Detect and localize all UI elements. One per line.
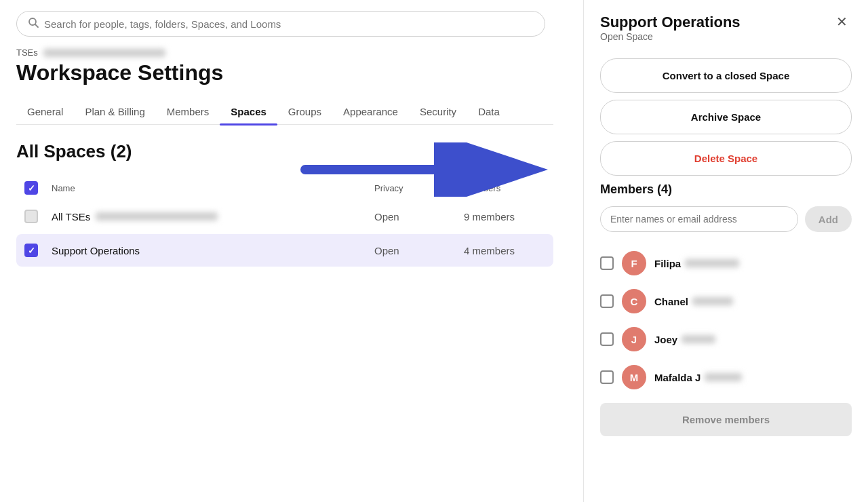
member2-blurred xyxy=(692,297,733,305)
tab-data[interactable]: Data xyxy=(467,99,511,124)
member4-blurred xyxy=(705,373,742,381)
remove-members-button[interactable]: Remove members xyxy=(600,403,852,436)
member4-checkbox[interactable] xyxy=(600,370,614,384)
member3-name: Joey xyxy=(654,334,715,345)
row1-name: All TSEs xyxy=(52,211,366,223)
member1-avatar: F xyxy=(622,251,646,275)
panel-title-group: Support Operations Open Space xyxy=(600,14,741,56)
panel-header: Support Operations Open Space ✕ xyxy=(600,14,852,56)
spaces-heading: All Spaces (2) xyxy=(16,141,553,162)
col-header-privacy: Privacy xyxy=(374,183,456,193)
row2-privacy: Open xyxy=(374,245,456,256)
member-row: F Filipa xyxy=(600,244,852,282)
workspace-supertitle: TSEs xyxy=(16,47,553,58)
tab-general[interactable]: General xyxy=(16,99,74,124)
row2-name: Support Operations xyxy=(52,245,366,256)
search-icon xyxy=(28,17,39,31)
tab-members[interactable]: Members xyxy=(156,99,220,124)
row1-blurred-name xyxy=(96,212,218,220)
svg-line-1 xyxy=(35,24,38,27)
row2-checkbox[interactable] xyxy=(24,244,38,257)
search-input[interactable] xyxy=(44,18,534,30)
col-header-name: Name xyxy=(52,183,366,193)
member4-avatar: M xyxy=(622,365,646,389)
add-member-row: Add xyxy=(600,206,852,232)
workspace-header: TSEs Workspace Settings xyxy=(16,47,553,85)
add-member-button[interactable]: Add xyxy=(805,206,852,232)
member3-checkbox[interactable] xyxy=(600,332,614,346)
blurred-subtitle xyxy=(43,49,165,57)
add-member-input[interactable] xyxy=(600,206,798,232)
nav-tabs: General Plan & Billing Members Spaces Gr… xyxy=(16,99,553,125)
member1-blurred xyxy=(685,259,739,267)
col-header-members: Members xyxy=(464,183,545,193)
member3-avatar: J xyxy=(622,327,646,351)
row2-members: 4 members xyxy=(464,245,545,256)
member1-checkbox[interactable] xyxy=(600,256,614,270)
member2-name: Chanel xyxy=(654,296,733,307)
panel-subtitle: Open Space xyxy=(600,31,741,42)
table-header: Name Privacy Members xyxy=(16,176,553,200)
delete-space-button[interactable]: Delete Space xyxy=(600,141,852,176)
member-row: M Mafalda J xyxy=(600,358,852,396)
member1-name: Filipa xyxy=(654,258,739,269)
row1-checkbox[interactable] xyxy=(24,210,38,223)
member-row: J Joey xyxy=(600,320,852,358)
page-title: Workspace Settings xyxy=(16,60,553,85)
archive-space-button[interactable]: Archive Space xyxy=(600,100,852,134)
member2-checkbox[interactable] xyxy=(600,294,614,308)
convert-space-button[interactable]: Convert to a closed Space xyxy=(600,58,852,93)
close-button[interactable]: ✕ xyxy=(832,14,852,30)
tab-appearance[interactable]: Appearance xyxy=(332,99,409,124)
row1-members: 9 members xyxy=(464,211,545,223)
search-bar[interactable] xyxy=(16,11,545,37)
select-all-checkbox[interactable] xyxy=(24,181,38,195)
member3-blurred xyxy=(682,335,715,343)
main-content: TSEs Workspace Settings General Plan & B… xyxy=(0,0,570,502)
row1-privacy: Open xyxy=(374,211,456,223)
spaces-table: Name Privacy Members All TSEs Open 9 mem… xyxy=(16,176,553,267)
tab-spaces[interactable]: Spaces xyxy=(220,99,277,124)
table-row[interactable]: All TSEs Open 9 members xyxy=(16,200,553,233)
member4-name: Mafalda J xyxy=(654,372,742,383)
tab-plan-billing[interactable]: Plan & Billing xyxy=(74,99,155,124)
tab-security[interactable]: Security xyxy=(409,99,467,124)
members-heading: Members (4) xyxy=(600,182,852,197)
right-panel: Support Operations Open Space ✕ Convert … xyxy=(583,0,868,502)
panel-title: Support Operations xyxy=(600,14,741,31)
tab-groups[interactable]: Groups xyxy=(277,99,332,124)
member-row: C Chanel xyxy=(600,282,852,320)
table-row[interactable]: Support Operations Open 4 members xyxy=(16,234,553,267)
member2-avatar: C xyxy=(622,289,646,313)
